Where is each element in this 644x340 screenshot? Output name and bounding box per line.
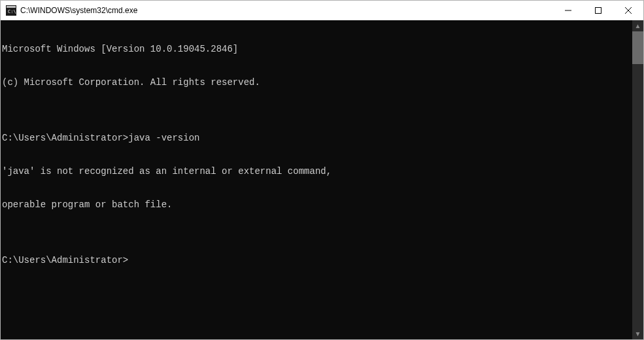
minimize-button[interactable] (553, 1, 583, 20)
terminal-line: (c) Microsoft Corporation. All rights re… (2, 77, 632, 88)
content-area: Microsoft Windows [Version 10.0.19045.28… (1, 20, 643, 339)
svg-text:C:\: C:\ (8, 9, 16, 14)
terminal-line: operable program or batch file. (2, 199, 632, 211)
cmd-icon: C:\ (6, 5, 16, 16)
terminal-line: C:\Users\Administrator>java -version (2, 133, 632, 144)
vertical-scrollbar[interactable]: ▲ ▼ (632, 20, 643, 339)
scrollbar-thumb[interactable] (632, 31, 643, 64)
maximize-button[interactable] (583, 1, 613, 20)
svg-rect-1 (7, 6, 16, 8)
scroll-down-arrow-icon[interactable]: ▼ (632, 328, 643, 339)
terminal-output[interactable]: Microsoft Windows [Version 10.0.19045.28… (1, 20, 632, 339)
terminal-prompt: C:\Users\Administrator> (2, 255, 632, 266)
close-icon (625, 7, 632, 14)
scroll-up-arrow-icon[interactable]: ▲ (632, 20, 643, 31)
maximize-icon (595, 7, 602, 14)
svg-rect-4 (596, 8, 602, 14)
minimize-icon (565, 7, 571, 14)
window-title: C:\WINDOWS\system32\cmd.exe (20, 6, 553, 15)
terminal-line: 'java' is not recognized as an internal … (2, 166, 632, 177)
window-controls (553, 1, 643, 20)
terminal-line: Microsoft Windows [Version 10.0.19045.28… (2, 44, 632, 55)
titlebar[interactable]: C:\ C:\WINDOWS\system32\cmd.exe (1, 1, 643, 20)
cmd-window: C:\ C:\WINDOWS\system32\cmd.exe (0, 0, 644, 340)
close-button[interactable] (613, 1, 643, 20)
